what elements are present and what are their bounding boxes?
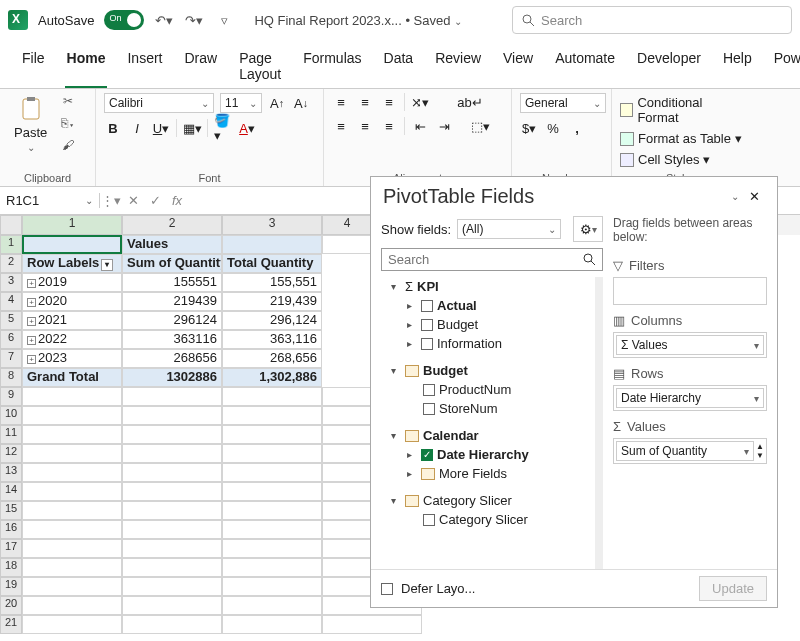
underline-button[interactable]: U▾: [152, 119, 170, 137]
redo-button[interactable]: ↷▾: [184, 10, 204, 30]
italic-button[interactable]: I: [128, 119, 146, 137]
align-center-button[interactable]: ≡: [356, 117, 374, 135]
cell[interactable]: [122, 463, 222, 482]
move-down-button[interactable]: ▼: [756, 451, 764, 460]
cell[interactable]: [222, 615, 322, 634]
cell[interactable]: [22, 558, 122, 577]
pane-settings-button[interactable]: ⚙▾: [573, 216, 603, 242]
cell[interactable]: [222, 482, 322, 501]
expand-button[interactable]: +: [27, 317, 36, 326]
pivot-row-label[interactable]: +2020: [22, 292, 122, 311]
tab-draw[interactable]: Draw: [182, 44, 219, 88]
column-header[interactable]: 3: [222, 215, 322, 235]
cell[interactable]: [122, 558, 222, 577]
tree-table-category-slicer[interactable]: ▾Category Slicer: [381, 491, 591, 510]
cell[interactable]: [222, 406, 322, 425]
cell[interactable]: [122, 520, 222, 539]
search-box[interactable]: Search: [512, 6, 792, 34]
cell[interactable]: [122, 444, 222, 463]
cell[interactable]: [22, 539, 122, 558]
cell[interactable]: [22, 577, 122, 596]
align-left-button[interactable]: ≡: [332, 117, 350, 135]
cell[interactable]: [22, 425, 122, 444]
cancel-formula-button[interactable]: ✕: [122, 193, 144, 208]
tab-page-layout[interactable]: Page Layout: [237, 44, 283, 88]
pivot-sum-cell[interactable]: 268656: [122, 349, 222, 368]
format-as-table-button[interactable]: Format as Table▾: [620, 129, 742, 148]
cell[interactable]: [222, 235, 322, 254]
grand-total-total[interactable]: 1,302,886: [222, 368, 322, 387]
total-quantity-header[interactable]: Total Quantity: [222, 254, 322, 273]
pivot-row-label[interactable]: +2021: [22, 311, 122, 330]
row-header[interactable]: 19: [0, 577, 22, 596]
name-box[interactable]: R1C1⌄: [0, 193, 100, 208]
cell[interactable]: [222, 577, 322, 596]
conditional-formatting-button[interactable]: Conditional Format: [620, 93, 742, 127]
align-right-button[interactable]: ≡: [380, 117, 398, 135]
tab-help[interactable]: Help: [721, 44, 754, 88]
decrease-indent-button[interactable]: ⇤: [411, 117, 429, 135]
tab-view[interactable]: View: [501, 44, 535, 88]
cell[interactable]: [22, 615, 122, 634]
tree-table-kpi[interactable]: ▾ΣKPI: [381, 277, 591, 296]
cut-button[interactable]: ✂: [57, 93, 79, 109]
field-search-input[interactable]: [381, 248, 603, 271]
format-painter-button[interactable]: 🖌: [57, 137, 79, 153]
cell[interactable]: [222, 444, 322, 463]
tab-review[interactable]: Review: [433, 44, 483, 88]
cell-styles-button[interactable]: Cell Styles▾: [620, 150, 742, 169]
show-fields-combo[interactable]: (All)⌄: [457, 219, 561, 239]
pivot-sum-cell[interactable]: 155551: [122, 273, 222, 292]
grand-total-sum[interactable]: 1302886: [122, 368, 222, 387]
currency-button[interactable]: $▾: [520, 119, 538, 137]
tree-field-budget[interactable]: ▸Budget: [381, 315, 591, 334]
row-header[interactable]: 8: [0, 368, 22, 387]
rows-dropzone[interactable]: Date Hierarchy▾: [613, 385, 767, 411]
select-all-button[interactable]: [0, 215, 22, 235]
cell[interactable]: [122, 501, 222, 520]
insert-function-button[interactable]: fx: [166, 193, 188, 208]
decrease-font-button[interactable]: A↓: [292, 94, 310, 112]
tree-field-date-hierarchy[interactable]: ▸✓Date Hierarchy: [381, 445, 591, 464]
row-header[interactable]: 12: [0, 444, 22, 463]
align-bottom-button[interactable]: ≡: [380, 93, 398, 111]
copy-button[interactable]: ⎘▾: [57, 115, 79, 131]
bold-button[interactable]: B: [104, 119, 122, 137]
formula-dropdown-button[interactable]: ⋮▾: [100, 193, 122, 208]
increase-font-button[interactable]: A↑: [268, 94, 286, 112]
font-color-button[interactable]: A▾: [238, 119, 256, 137]
increase-indent-button[interactable]: ⇥: [435, 117, 453, 135]
row-header[interactable]: 2: [0, 254, 22, 273]
column-header[interactable]: 1: [22, 215, 122, 235]
borders-button[interactable]: ▦▾: [183, 119, 201, 137]
autosave-toggle[interactable]: On: [104, 10, 144, 30]
pivot-total-cell[interactable]: 363,116: [222, 330, 322, 349]
pivot-total-cell[interactable]: 268,656: [222, 349, 322, 368]
enter-formula-button[interactable]: ✓: [144, 193, 166, 208]
cell[interactable]: [22, 463, 122, 482]
rows-field-item[interactable]: Date Hierarchy▾: [616, 388, 764, 408]
tab-automate[interactable]: Automate: [553, 44, 617, 88]
pivot-total-cell[interactable]: 296,124: [222, 311, 322, 330]
values-dropzone[interactable]: Sum of Quantity▾ ▲ ▼: [613, 438, 767, 464]
row-header[interactable]: 5: [0, 311, 22, 330]
pane-close-button[interactable]: ✕: [749, 189, 765, 205]
pivot-row-label[interactable]: +2019: [22, 273, 122, 292]
cell[interactable]: [122, 596, 222, 615]
wrap-text-button[interactable]: ab↵: [461, 93, 479, 111]
paste-button[interactable]: Paste⌄: [8, 93, 53, 170]
expand-button[interactable]: +: [27, 279, 36, 288]
tab-developer[interactable]: Developer: [635, 44, 703, 88]
cell[interactable]: [122, 425, 222, 444]
tree-field-storenum[interactable]: StoreNum: [381, 399, 591, 418]
cell[interactable]: [122, 406, 222, 425]
cell[interactable]: [22, 387, 122, 406]
row-header[interactable]: 13: [0, 463, 22, 482]
move-up-button[interactable]: ▲: [756, 442, 764, 451]
expand-button[interactable]: +: [27, 355, 36, 364]
row-header[interactable]: 18: [0, 558, 22, 577]
tree-field-productnum[interactable]: ProductNum: [381, 380, 591, 399]
cell[interactable]: [22, 406, 122, 425]
tree-field-category-slicer[interactable]: Category Slicer: [381, 510, 591, 529]
expand-button[interactable]: +: [27, 298, 36, 307]
